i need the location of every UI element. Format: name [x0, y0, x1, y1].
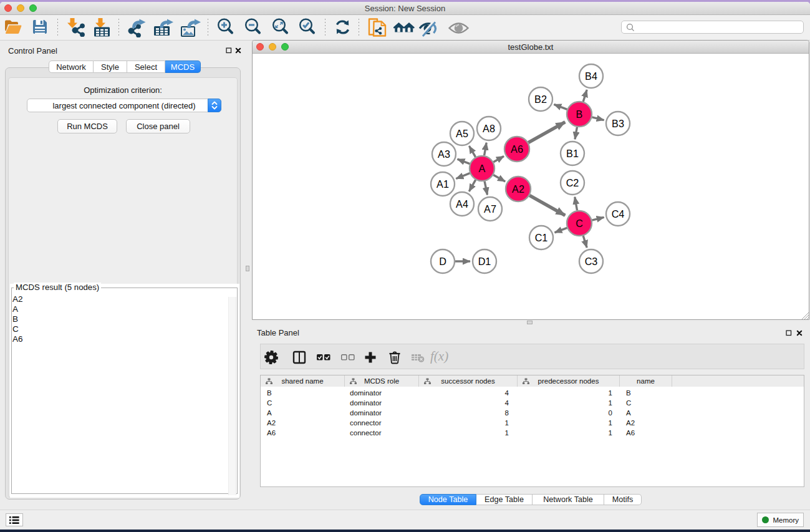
svg-text:D1: D1 — [478, 256, 491, 267]
svg-text:C: C — [576, 218, 583, 229]
svg-text:A3: A3 — [438, 148, 450, 160]
svg-text:B4: B4 — [585, 70, 597, 82]
svg-text:B: B — [576, 109, 583, 120]
svg-text:A6: A6 — [511, 143, 523, 155]
svg-text:A7: A7 — [484, 203, 496, 215]
svg-text:A8: A8 — [483, 123, 495, 134]
svg-text:B2: B2 — [534, 94, 547, 105]
svg-text:D: D — [439, 256, 446, 267]
svg-text:A4: A4 — [456, 198, 468, 210]
svg-text:A5: A5 — [456, 128, 468, 139]
svg-text:C1: C1 — [535, 232, 548, 243]
svg-text:C4: C4 — [612, 208, 625, 220]
svg-text:B3: B3 — [612, 118, 624, 129]
svg-text:A: A — [479, 163, 486, 174]
svg-text:B1: B1 — [566, 148, 579, 159]
svg-text:A2: A2 — [512, 183, 524, 195]
svg-text:A1: A1 — [436, 178, 449, 190]
svg-text:C2: C2 — [566, 177, 579, 188]
svg-text:C3: C3 — [585, 256, 598, 267]
